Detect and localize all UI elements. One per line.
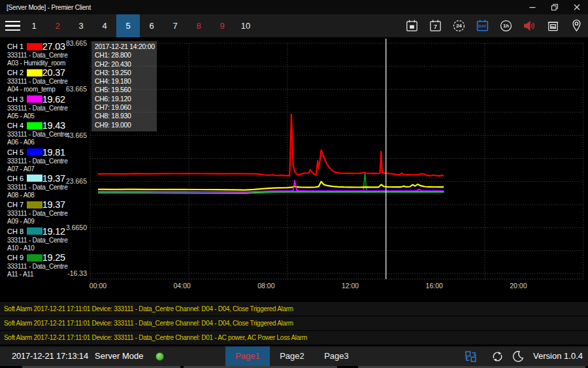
channel-value: 20.37 bbox=[42, 67, 76, 78]
channel-point: A11 - A11 bbox=[7, 271, 76, 278]
channel-color-swatch bbox=[27, 148, 42, 156]
channel-id: CH 4 bbox=[7, 122, 25, 129]
channel-item[interactable]: CH 719.37333111 - Data_CentreA09 - A09 bbox=[0, 199, 76, 226]
channel-item[interactable]: CH 319.62333111 - Data_CentreA05 - A05 bbox=[0, 94, 76, 120]
alarm-row[interactable]: Soft Alarm 2017-12-21 17:11:01 Device: 3… bbox=[0, 316, 588, 330]
title-bar: [Server Mode] - Premier Client bbox=[0, 0, 588, 14]
app-window: [Server Mode] - Premier Client 123456789… bbox=[0, 0, 588, 368]
tab-page1[interactable]: Page1 bbox=[225, 346, 270, 366]
page-number-1[interactable]: 1 bbox=[22, 14, 46, 37]
location-icon[interactable] bbox=[564, 14, 588, 37]
channel-row: CH 220.37 bbox=[7, 67, 76, 78]
channel-point: A03 - Humidity_room bbox=[7, 59, 76, 67]
page-number-10[interactable]: 10 bbox=[234, 14, 257, 37]
status-mode-label: Server Mode bbox=[95, 346, 143, 366]
tooltip-entry: CH9: 19.000 bbox=[95, 121, 154, 129]
channel-value: 19.43 bbox=[42, 120, 76, 131]
tooltip-entry: CH6: 19.120 bbox=[95, 95, 154, 103]
menu-button[interactable] bbox=[5, 20, 22, 31]
channel-row: CH 719.37 bbox=[7, 199, 76, 210]
svg-text:1h: 1h bbox=[503, 23, 509, 29]
x-axis-tick-label: 12:00 bbox=[342, 282, 359, 290]
page-number-4[interactable]: 4 bbox=[93, 14, 116, 37]
alarm-sound-icon[interactable] bbox=[517, 14, 541, 37]
page-number-bar: 12345678910 bbox=[22, 14, 257, 37]
channel-row: CH 819.12 bbox=[7, 226, 76, 237]
close-button[interactable] bbox=[566, 0, 588, 14]
channel-value: 19.81 bbox=[42, 147, 76, 158]
dark-mode-button[interactable] bbox=[511, 349, 525, 363]
channel-device: 333111 - Data_Centre bbox=[7, 78, 76, 86]
channel-device: 333111 - Data_Centre bbox=[7, 237, 76, 244]
restore-button[interactable] bbox=[544, 0, 566, 14]
restore-icon bbox=[551, 3, 559, 11]
x-axis-tick-label: 04:00 bbox=[174, 282, 191, 290]
channel-value: 19.37 bbox=[42, 173, 76, 184]
channel-row: CH 519.81 bbox=[7, 147, 76, 158]
channel-id: CH 2 bbox=[7, 69, 25, 76]
channel-item[interactable]: CH 220.37333111 - Data_CentreA04 - room_… bbox=[0, 67, 76, 93]
channel-item[interactable]: CH 127.03333111 - Data_CentreA03 - Humid… bbox=[0, 41, 76, 67]
page-number-8[interactable]: 8 bbox=[187, 14, 210, 37]
layout-switch-button[interactable] bbox=[463, 349, 478, 363]
channel-color-swatch bbox=[27, 69, 42, 76]
sync-button[interactable] bbox=[490, 349, 504, 363]
page-number-7[interactable]: 7 bbox=[163, 14, 187, 37]
channel-id: CH 1 bbox=[7, 42, 25, 50]
alarm-row[interactable]: Soft Alarm 2017-12-21 17:11:01 Device: 3… bbox=[0, 331, 588, 344]
x-axis-tick-label: 16:00 bbox=[426, 282, 443, 290]
channel-list: CH 127.03333111 - Data_CentreA03 - Humid… bbox=[0, 37, 76, 302]
channel-value: 27.03 bbox=[42, 41, 76, 52]
minimize-button[interactable] bbox=[521, 0, 544, 14]
svg-text:7: 7 bbox=[434, 24, 437, 30]
page-number-3[interactable]: 3 bbox=[69, 14, 93, 37]
calendar-edit-icon[interactable] bbox=[400, 14, 423, 37]
channel-id: CH 8 bbox=[7, 227, 25, 235]
hours-24-icon[interactable]: 24 bbox=[447, 14, 470, 37]
channel-device: 333111 - Data_Centre bbox=[7, 184, 76, 192]
channel-item[interactable]: CH 619.37333111 - Data_CentreA08 - A08 bbox=[0, 173, 76, 199]
channel-row: CH 919.25 bbox=[7, 252, 76, 263]
channel-item[interactable]: CH 919.25333111 - Data_CentreA11 - A11 bbox=[0, 252, 76, 278]
tooltip-entry: CH5: 19.560 bbox=[95, 86, 154, 94]
channel-item[interactable]: CH 819.12333111 - Data_CentreA10 - A10 bbox=[0, 226, 76, 252]
page-number-9[interactable]: 9 bbox=[210, 14, 234, 37]
hour-1-icon[interactable]: 1h bbox=[494, 14, 517, 37]
channel-row: CH 419.43 bbox=[7, 120, 76, 131]
channel-color-swatch bbox=[27, 122, 42, 129]
tab-page2[interactable]: Page2 bbox=[270, 346, 314, 366]
tooltip-entry: CH2: 20.430 bbox=[95, 60, 154, 69]
channel-item[interactable]: CH 519.81333111 - Data_CentreA07 - A07 bbox=[0, 147, 76, 173]
channel-id: CH 5 bbox=[7, 148, 25, 156]
window-controls bbox=[521, 0, 588, 14]
channel-value: 19.25 bbox=[42, 252, 76, 263]
channel-device: 333111 - Data_Centre bbox=[7, 52, 76, 59]
channel-value: 19.12 bbox=[42, 226, 76, 237]
channel-item[interactable]: CH 419.43333111 - Data_CentreA06 - A06 bbox=[0, 120, 76, 146]
channel-id: CH 9 bbox=[7, 254, 25, 261]
channel-device: 333111 - Data_Centre bbox=[7, 210, 76, 218]
channel-row: CH 619.37 bbox=[7, 173, 76, 184]
trend-chart[interactable]: 83.66563.66543.66523.6653.6650-16.3300:0… bbox=[0, 37, 588, 303]
channel-value: 19.62 bbox=[42, 94, 76, 105]
channel-color-swatch bbox=[27, 95, 42, 103]
status-time: 2017-12-21 17:13:14 bbox=[12, 346, 88, 366]
page-number-6[interactable]: 6 bbox=[140, 14, 163, 37]
snapshot-icon[interactable] bbox=[541, 14, 564, 37]
status-bar: 2017-12-21 17:13:14 Server Mode Page1Pag… bbox=[0, 346, 588, 366]
main-toolbar: 12345678910 7 24 bbox=[0, 14, 588, 37]
channel-id: CH 3 bbox=[7, 95, 25, 103]
channel-point: A08 - A08 bbox=[7, 192, 76, 199]
channel-row: CH 319.62 bbox=[7, 94, 76, 105]
alarm-row[interactable]: Soft Alarm 2017-12-21 17:11:01 Device: 3… bbox=[0, 302, 588, 316]
page-number-5[interactable]: 5 bbox=[116, 14, 140, 37]
day-range-icon[interactable]: DAY bbox=[470, 14, 494, 37]
tooltip-entry: CH1: 28.800 bbox=[95, 51, 154, 59]
page-number-2[interactable]: 2 bbox=[46, 14, 69, 37]
tab-page3[interactable]: Page3 bbox=[314, 346, 359, 366]
channel-point: A04 - room_temp bbox=[7, 86, 76, 93]
channel-device: 333111 - Data_Centre bbox=[7, 263, 76, 271]
channel-device: 333111 - Data_Centre bbox=[7, 131, 76, 139]
channel-point: A09 - A09 bbox=[7, 218, 76, 226]
calendar-week-icon[interactable]: 7 bbox=[423, 14, 447, 37]
